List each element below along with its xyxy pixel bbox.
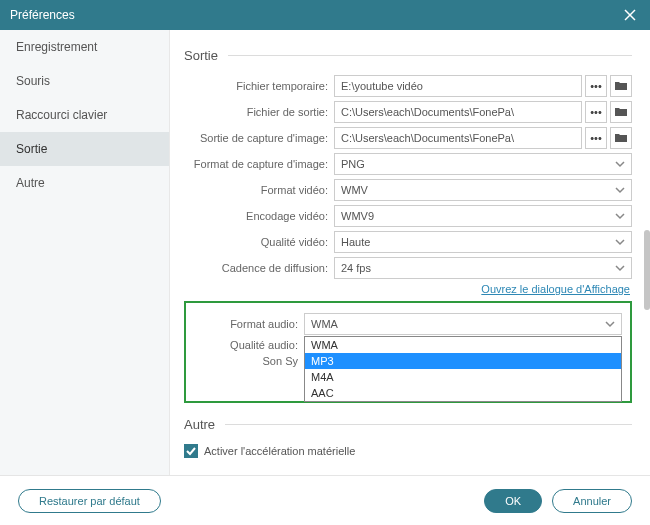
audio-quality-label: Qualité audio: — [192, 339, 304, 351]
section-title: Sortie — [184, 48, 218, 63]
open-display-dialog-link[interactable]: Ouvrez le dialogue d'Affichage — [184, 283, 630, 295]
hw-accel-row[interactable]: Activer l'accélération matérielle — [184, 444, 632, 458]
output-file-field[interactable]: C:\Users\each\Documents\FonePa\ — [334, 101, 582, 123]
cancel-button[interactable]: Annuler — [552, 489, 632, 513]
section-sortie-header: Sortie — [184, 48, 632, 63]
option-wma[interactable]: WMA — [305, 337, 621, 353]
audio-format-label: Format audio: — [192, 318, 304, 330]
capture-format-dropdown[interactable]: PNG — [334, 153, 632, 175]
ok-button[interactable]: OK — [484, 489, 542, 513]
option-mp3[interactable]: MP3 — [305, 353, 621, 369]
titlebar: Préférences — [0, 0, 650, 30]
close-button[interactable] — [620, 5, 640, 25]
video-format-dropdown[interactable]: WMV — [334, 179, 632, 201]
video-encoding-dropdown[interactable]: WMV9 — [334, 205, 632, 227]
video-quality-label: Qualité vidéo: — [184, 236, 334, 248]
framerate-dropdown[interactable]: 24 fps — [334, 257, 632, 279]
output-file-label: Fichier de sortie: — [184, 106, 334, 118]
window-title: Préférences — [10, 8, 75, 22]
framerate-label: Cadence de diffusion: — [184, 262, 334, 274]
audio-settings-box: Format audio: WMA WMA MP3 M4A AAC — [184, 301, 632, 403]
dropdown-value: WMV9 — [341, 210, 374, 222]
scrollbar[interactable] — [644, 230, 650, 310]
chevron-down-icon — [615, 185, 625, 195]
checkbox-checked-icon[interactable] — [184, 444, 198, 458]
chevron-down-icon — [615, 211, 625, 221]
sidebar-item-sortie[interactable]: Sortie — [0, 132, 169, 166]
dropdown-value: 24 fps — [341, 262, 371, 274]
section-autre-header: Autre — [184, 417, 632, 432]
video-encoding-label: Encodage vidéo: — [184, 210, 334, 222]
dropdown-value: WMA — [311, 318, 338, 330]
browse-button[interactable]: ••• — [585, 101, 607, 123]
divider — [228, 55, 632, 56]
folder-icon[interactable] — [610, 101, 632, 123]
temp-file-field[interactable]: E:\youtube vidéo — [334, 75, 582, 97]
video-quality-dropdown[interactable]: Haute — [334, 231, 632, 253]
audio-format-dropdown[interactable]: WMA WMA MP3 M4A AAC — [304, 313, 622, 335]
chevron-down-icon — [615, 159, 625, 169]
section-title: Autre — [184, 417, 215, 432]
audio-format-options: WMA MP3 M4A AAC — [304, 336, 622, 402]
browse-button[interactable]: ••• — [585, 75, 607, 97]
capture-format-label: Format de capture d'image: — [184, 158, 334, 170]
dropdown-value: WMV — [341, 184, 368, 196]
sidebar-item-raccourci[interactable]: Raccourci clavier — [0, 98, 169, 132]
capture-file-field[interactable]: C:\Users\each\Documents\FonePa\ — [334, 127, 582, 149]
sidebar-item-souris[interactable]: Souris — [0, 64, 169, 98]
option-m4a[interactable]: M4A — [305, 369, 621, 385]
divider — [225, 424, 632, 425]
content-pane: Sortie Fichier temporaire: E:\youtube vi… — [170, 30, 650, 475]
folder-icon[interactable] — [610, 75, 632, 97]
option-aac[interactable]: AAC — [305, 385, 621, 401]
folder-icon[interactable] — [610, 127, 632, 149]
browse-button[interactable]: ••• — [585, 127, 607, 149]
sidebar-item-autre[interactable]: Autre — [0, 166, 169, 200]
chevron-down-icon — [615, 263, 625, 273]
sidebar: Enregistrement Souris Raccourci clavier … — [0, 30, 170, 475]
footer: Restaurer par défaut OK Annuler — [0, 475, 650, 525]
dropdown-value: PNG — [341, 158, 365, 170]
chevron-down-icon — [605, 319, 615, 329]
capture-file-label: Sortie de capture d'image: — [184, 132, 334, 144]
sidebar-item-enregistrement[interactable]: Enregistrement — [0, 30, 169, 64]
restore-defaults-button[interactable]: Restaurer par défaut — [18, 489, 161, 513]
dropdown-value: Haute — [341, 236, 370, 248]
temp-file-label: Fichier temporaire: — [184, 80, 334, 92]
system-sound-label: Son Sy — [192, 355, 304, 367]
video-format-label: Format vidéo: — [184, 184, 334, 196]
chevron-down-icon — [615, 237, 625, 247]
hw-accel-label: Activer l'accélération matérielle — [204, 445, 355, 457]
